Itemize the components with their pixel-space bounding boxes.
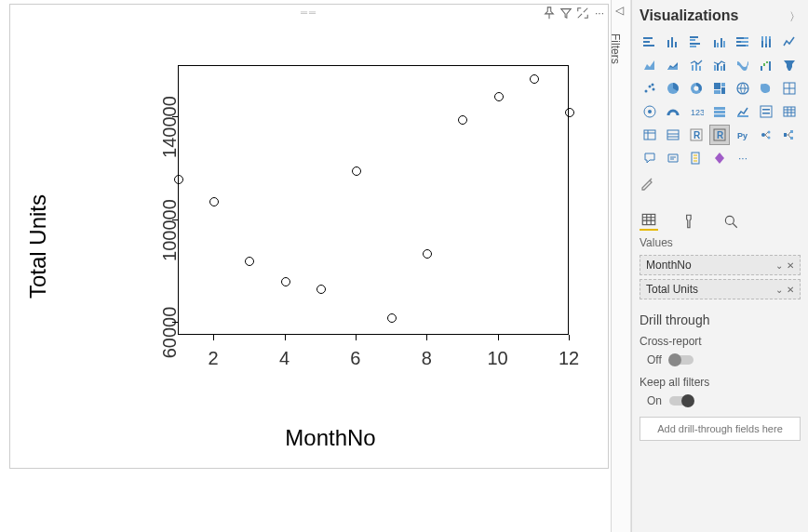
smart-narrative-icon[interactable] xyxy=(663,148,683,168)
svg-text:123: 123 xyxy=(691,108,704,117)
gauge-icon[interactable] xyxy=(663,101,683,122)
svg-rect-0 xyxy=(643,37,653,39)
python-visual-icon[interactable]: Py xyxy=(733,125,753,145)
x-tick-label: 12 xyxy=(559,348,579,369)
svg-point-77 xyxy=(725,216,734,224)
svg-text:R: R xyxy=(717,130,724,140)
qa-visual-icon[interactable] xyxy=(640,148,660,168)
focus-mode-icon[interactable] xyxy=(576,7,589,20)
scatter-icon[interactable] xyxy=(640,78,660,99)
key-influencers-icon[interactable] xyxy=(756,125,776,145)
svg-rect-47 xyxy=(721,87,725,94)
filter-icon[interactable] xyxy=(559,7,572,20)
svg-rect-46 xyxy=(721,83,725,86)
x-tick-mark xyxy=(498,335,499,340)
stacked-column-icon[interactable] xyxy=(663,32,683,52)
svg-rect-23 xyxy=(765,36,767,44)
svg-rect-55 xyxy=(714,111,725,113)
svg-rect-36 xyxy=(769,61,771,71)
field-well-monthno[interactable]: MonthNo ⌄✕ xyxy=(640,255,801,275)
cross-report-toggle[interactable] xyxy=(669,355,694,365)
stacked-bar-icon[interactable] xyxy=(640,32,660,52)
slicer-icon[interactable] xyxy=(756,101,776,122)
line-chart-icon[interactable] xyxy=(779,32,800,52)
svg-rect-62 xyxy=(644,130,655,140)
donut-icon[interactable] xyxy=(686,78,707,99)
y-tick-mark xyxy=(172,116,178,117)
filled-map-icon[interactable] xyxy=(756,78,776,99)
power-apps-icon[interactable] xyxy=(709,148,730,168)
line-stacked-column-icon[interactable] xyxy=(686,55,707,75)
format-tab-icon[interactable] xyxy=(680,212,699,231)
svg-rect-34 xyxy=(763,63,765,66)
treemap-icon[interactable] xyxy=(709,78,730,99)
filters-label: Filters xyxy=(609,33,622,64)
ribbon-chart-icon[interactable] xyxy=(733,55,753,75)
svg-rect-11 xyxy=(717,43,719,47)
matrix-icon[interactable] xyxy=(640,125,660,145)
stacked-bar-100-icon[interactable] xyxy=(733,32,753,52)
pie-icon[interactable] xyxy=(663,78,683,99)
stacked-column-100-icon[interactable] xyxy=(756,32,776,52)
x-axis-ticks: 24681012 xyxy=(178,335,569,372)
svg-text:Py: Py xyxy=(737,131,747,140)
data-point xyxy=(245,257,254,266)
line-clustered-column-icon[interactable] xyxy=(709,55,730,75)
visual-header: ··· xyxy=(543,5,606,21)
expand-filters-icon[interactable]: ◁ xyxy=(615,4,624,17)
svg-rect-21 xyxy=(761,36,763,41)
filters-pane-collapsed[interactable]: ◁ Filters xyxy=(611,0,631,532)
drill-through-heading: Drill through xyxy=(640,313,801,327)
svg-rect-12 xyxy=(720,38,722,47)
data-point xyxy=(174,175,183,184)
visualizations-title: Visualizations xyxy=(640,7,801,24)
chevron-down-icon[interactable]: ⌄ xyxy=(775,260,783,271)
r-visual-selected-icon[interactable]: R xyxy=(709,125,730,145)
chevron-down-icon[interactable]: ⌄ xyxy=(775,285,783,295)
y-tick-label: 100000 xyxy=(160,199,182,261)
card-icon[interactable]: 123 xyxy=(686,101,707,122)
r-visual-icon[interactable]: R xyxy=(686,125,707,145)
r-visual-tile[interactable]: ══ ··· Total Units MonthNo 6000010000014… xyxy=(9,4,609,469)
azure-map-icon[interactable] xyxy=(640,101,660,122)
clustered-bar-icon[interactable] xyxy=(686,32,707,52)
drag-handle-icon[interactable]: ══ xyxy=(301,7,317,18)
y-axis-ticks: 60000100000140000 xyxy=(105,65,170,335)
paginated-report-icon[interactable] xyxy=(686,148,707,168)
field-well-total-units[interactable]: Total Units ⌄✕ xyxy=(640,279,801,299)
svg-rect-8 xyxy=(690,43,700,45)
analytics-tab-icon[interactable] xyxy=(721,212,740,231)
remove-field-icon[interactable]: ✕ xyxy=(787,260,794,271)
area-chart-icon[interactable] xyxy=(640,55,660,75)
data-point xyxy=(281,277,290,286)
map-icon[interactable] xyxy=(733,78,753,99)
stacked-area-icon[interactable] xyxy=(663,55,683,75)
decomposition-tree-icon[interactable] xyxy=(779,125,800,145)
collapse-viz-icon[interactable]: 〉 xyxy=(789,9,801,25)
get-more-visuals-icon[interactable]: ··· xyxy=(733,148,753,168)
data-point xyxy=(316,285,326,294)
data-point xyxy=(209,197,219,206)
data-point xyxy=(458,115,467,125)
clustered-column-icon[interactable] xyxy=(709,32,730,52)
svg-rect-28 xyxy=(699,66,701,71)
table-icon[interactable] xyxy=(779,101,800,122)
table-alt-icon[interactable] xyxy=(663,125,683,145)
y-tick-label: 140000 xyxy=(160,96,182,158)
shape-map-icon[interactable] xyxy=(779,78,800,99)
drill-through-drop-zone[interactable]: Add drill-through fields here xyxy=(640,417,801,441)
keep-filters-toggle[interactable] xyxy=(669,396,694,406)
more-options-icon[interactable]: ··· xyxy=(593,7,606,20)
pin-icon[interactable] xyxy=(543,7,556,20)
funnel-icon[interactable] xyxy=(779,55,800,75)
multi-row-card-icon[interactable] xyxy=(709,101,730,122)
remove-field-icon[interactable]: ✕ xyxy=(787,285,794,295)
svg-rect-26 xyxy=(692,65,694,71)
svg-rect-54 xyxy=(714,107,725,110)
x-axis-label: MonthNo xyxy=(285,425,375,451)
fields-tab-icon[interactable] xyxy=(640,212,658,231)
waterfall-icon[interactable] xyxy=(756,55,776,75)
svg-rect-1 xyxy=(643,41,650,43)
kpi-icon[interactable] xyxy=(733,101,753,122)
plot-area xyxy=(178,65,569,335)
